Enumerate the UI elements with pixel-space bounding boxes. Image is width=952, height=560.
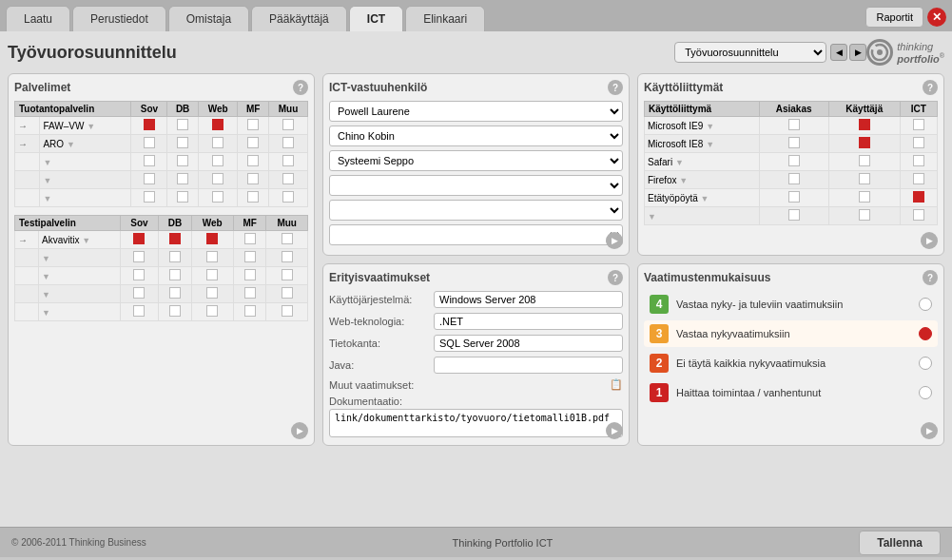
ict-person-1[interactable]: Powell Laurene — [329, 101, 623, 122]
compliance-radio-4[interactable] — [919, 298, 932, 311]
palvelimet-help[interactable]: ? — [293, 80, 308, 95]
production-server-table: Tuotantopalvelin Sov DB Web MF Muu → FAW… — [14, 101, 308, 207]
raportit-button[interactable]: Raportit — [865, 7, 923, 28]
kayttojarjestelma-row: Käyttöjärjestelmä: — [329, 291, 623, 308]
ict-play-btn[interactable]: ▶ — [606, 232, 623, 249]
compliance-text-1: Haittaa toimintaa / vanhentunut — [676, 387, 911, 398]
ui-table: Käyttöliittymä Asiakas Käyttäjä ICT Micr… — [644, 101, 938, 225]
test-server-section: Testipalvelin Sov DB Web MF Muu → Akvavi… — [14, 215, 308, 321]
compliance-num-2: 2 — [650, 354, 669, 373]
main-content: Työvuorosuunnittelu Työvuorosuunnittelu … — [0, 31, 952, 527]
prev-arrow[interactable]: ◀ — [830, 44, 847, 61]
table-row: Etätyöpöytä ▼ — [645, 189, 938, 207]
nav-arrows: ◀ ▶ — [830, 44, 866, 61]
erityisvaatimukset-panel: Erityisvaatimukset ? Käyttöjärjestelmä: … — [322, 263, 630, 446]
prod-col-muu: Muu — [268, 102, 307, 117]
kayttolittymat-title: Käyttöliittymät ? — [644, 80, 938, 95]
table-row: ▼ — [15, 171, 308, 189]
main-grid: Palvelimet ? Tuotantopalvelin Sov DB Web… — [8, 73, 944, 446]
tab-omistaja[interactable]: Omistaja — [168, 6, 249, 31]
top-tab-bar: Laatu Perustiedot Omistaja Pääkäyttäjä I… — [0, 0, 952, 31]
kayttolittymat-play-btn[interactable]: ▶ — [921, 232, 938, 249]
tab-perustiedot[interactable]: Perustiedot — [72, 6, 166, 31]
tab-elinkaari[interactable]: Elinkaari — [405, 6, 485, 31]
web-teknologia-row: Web-teknologia: — [329, 313, 623, 330]
test-col-muu: Muu — [266, 216, 308, 231]
test-col-name: Testipalvelin — [15, 216, 121, 231]
tab-laatu[interactable]: Laatu — [6, 6, 70, 31]
ict-person-5[interactable] — [329, 200, 623, 221]
prod-col-name: Tuotantopalvelin — [15, 102, 131, 117]
kayttolittymat-panel: Käyttöliittymät ? Käyttöliittymä Asiakas… — [637, 73, 944, 256]
app-title: Thinking Portfolio ICT — [453, 537, 554, 549]
svg-point-0 — [877, 49, 883, 55]
save-button[interactable]: Tallenna — [859, 531, 941, 555]
table-row: Microsoft IE9 ▼ — [645, 117, 938, 135]
tab-paakayttaja[interactable]: Pääkäyttäjä — [251, 6, 347, 31]
test-col-db: DB — [159, 216, 192, 231]
erityisvaatimukset-play-btn[interactable]: ▶ — [606, 422, 623, 439]
logo-icon — [866, 39, 893, 66]
muut-icon[interactable]: 📋 — [610, 378, 623, 391]
table-row: ▼ — [15, 153, 308, 171]
header-row: Työvuorosuunnittelu Työvuorosuunnittelu … — [8, 39, 944, 66]
ict-vastuuhenkilo-title: ICT-vastuuhenkilö ? — [329, 80, 623, 95]
kayttolittymat-help[interactable]: ? — [923, 80, 938, 95]
muut-row: Muut vaatimukset: 📋 — [329, 378, 623, 391]
tietokanta-label: Tietokanta: — [329, 338, 434, 349]
table-row: → ARO ▼ — [15, 135, 308, 153]
java-input[interactable] — [434, 357, 623, 374]
compliance-num-4: 4 — [650, 295, 669, 314]
muut-label: Muut vaatimukset: — [329, 379, 434, 391]
prod-col-mf: MF — [238, 102, 269, 117]
vaatimustenmukaisuus-panel: Vaatimustenmukaisuus ? 4 Vastaa nyky- ja… — [637, 263, 944, 446]
dokumentaatio-input[interactable]: link/dokumenttarkisto/tyovuoro/tietomall… — [329, 409, 623, 437]
test-server-table: Testipalvelin Sov DB Web MF Muu → Akvavi… — [14, 215, 308, 321]
tietokanta-input[interactable] — [434, 335, 623, 352]
ict-person-6[interactable] — [329, 224, 623, 245]
ict-person-2[interactable]: Chino Kobin — [329, 126, 623, 146]
table-row: ▼ — [15, 249, 308, 267]
palvelimet-panel: Palvelimet ? Tuotantopalvelin Sov DB Web… — [8, 73, 315, 446]
compliance-radio-1[interactable] — [919, 386, 932, 399]
vaatimustenmukaisuus-play-btn[interactable]: ▶ — [921, 422, 938, 439]
table-row: ▼ — [645, 207, 938, 225]
page-title: Työvuorosuunnittelu — [8, 43, 674, 63]
compliance-row-3: 3 Vastaa nykyvaatimuksiin — [644, 320, 938, 347]
view-selector[interactable]: Työvuorosuunnittelu — [674, 42, 826, 63]
logo: thinkingportfolio® — [866, 39, 944, 66]
compliance-radio-3[interactable] — [919, 327, 932, 340]
table-row: Firefox ▼ — [645, 171, 938, 189]
dokumentaatio-label: Dokumentaatio: — [329, 396, 623, 407]
ict-help[interactable]: ? — [608, 80, 623, 95]
close-button[interactable]: ✕ — [927, 8, 946, 27]
ui-col-kayttaja: Käyttäjä — [828, 102, 900, 117]
palvelimet-play-btn[interactable]: ▶ — [291, 422, 308, 439]
erityisvaatimukset-title: Erityisvaatimukset ? — [329, 270, 623, 285]
compliance-radio-2[interactable] — [919, 357, 932, 370]
tab-ict[interactable]: ICT — [349, 6, 403, 31]
web-teknologia-label: Web-teknologia: — [329, 316, 434, 327]
prod-col-sov: Sov — [131, 102, 167, 117]
vaatimustenmukaisuus-title: Vaatimustenmukaisuus ? — [644, 270, 938, 285]
compliance-num-3: 3 — [650, 324, 669, 343]
tab-actions: Raportit ✕ — [865, 7, 946, 31]
test-col-mf: MF — [233, 216, 266, 231]
dokumentaatio-row: Dokumentaatio: link/dokumenttarkisto/tyo… — [329, 396, 623, 439]
vaatimustenmukaisuus-help[interactable]: ? — [923, 270, 938, 285]
prod-col-db: DB — [167, 102, 199, 117]
copyright: © 2006-2011 Thinking Business — [11, 537, 146, 548]
table-row: ▼ — [15, 189, 308, 207]
ict-person-3[interactable]: Systeemi Seppo — [329, 150, 623, 171]
next-arrow[interactable]: ▶ — [849, 44, 866, 61]
table-row: ▼ — [15, 303, 308, 321]
table-row: Microsoft IE8 ▼ — [645, 135, 938, 153]
erityisvaatimukset-help[interactable]: ? — [608, 270, 623, 285]
palvelimet-title: Palvelimet ? — [14, 80, 308, 95]
kayttojarjestelma-input[interactable] — [434, 291, 623, 308]
compliance-row-4: 4 Vastaa nyky- ja tuleviin vaatimuksiin — [644, 291, 938, 318]
web-teknologia-input[interactable] — [434, 313, 623, 330]
compliance-num-1: 1 — [650, 383, 669, 402]
ict-person-4[interactable] — [329, 175, 623, 196]
ui-col-name: Käyttöliittymä — [645, 102, 760, 117]
